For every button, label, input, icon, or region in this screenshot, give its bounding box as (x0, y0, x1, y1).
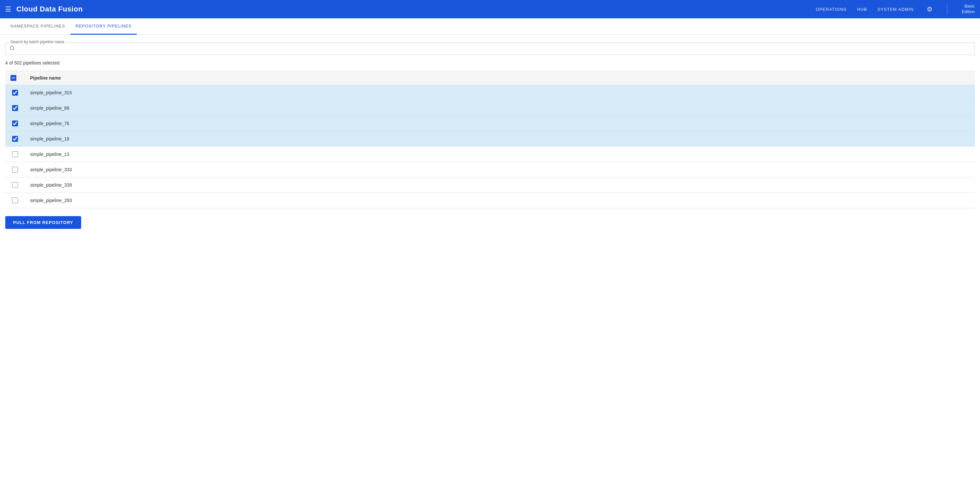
row-checkbox[interactable] (12, 197, 18, 203)
settings-icon[interactable]: ⚙ (927, 5, 932, 13)
search-input[interactable] (18, 46, 970, 51)
row-checkbox[interactable] (12, 136, 18, 142)
menu-icon[interactable]: ☰ (5, 5, 11, 13)
search-box (5, 43, 975, 55)
tab-bar: NAMESPACE PIPELINES REPOSITORY PIPELINES (0, 18, 980, 35)
pipeline-name-cell: simple_pipeline_18 (25, 131, 975, 147)
header-divider (947, 3, 947, 15)
table-row: simple_pipeline_339 (5, 177, 975, 193)
checkbox-wrapper (11, 121, 20, 126)
pipeline-name-cell: simple_pipeline_13 (25, 147, 975, 162)
row-checkbox[interactable] (12, 90, 18, 96)
row-checkbox-cell (5, 131, 25, 147)
app-header: ☰ Cloud Data Fusion OPERATIONS HUB SYSTE… (0, 0, 980, 18)
pipeline-name-cell: simple_pipeline_315 (25, 85, 975, 100)
checkbox-wrapper (11, 167, 20, 172)
table-row: simple_pipeline_333 (5, 162, 975, 177)
table-row: simple_pipeline_86 (5, 100, 975, 116)
tab-namespace-pipelines[interactable]: NAMESPACE PIPELINES (5, 18, 70, 35)
select-all-header[interactable] (5, 71, 25, 85)
table-row: simple_pipeline_315 (5, 85, 975, 100)
search-icon (10, 46, 15, 52)
app-logo: Cloud Data Fusion (16, 5, 816, 13)
svg-point-0 (10, 46, 14, 50)
row-checkbox-cell (5, 193, 25, 208)
nav-hub[interactable]: HUB (857, 7, 867, 12)
checkbox-wrapper (11, 151, 20, 157)
nav-operations[interactable]: OPERATIONS (816, 7, 846, 12)
pipeline-name-cell: simple_pipeline_293 (25, 193, 975, 208)
row-checkbox-cell (5, 162, 25, 177)
checkbox-wrapper (11, 105, 20, 111)
checkbox-wrapper (11, 182, 20, 188)
header-nav: OPERATIONS HUB SYSTEM ADMIN ⚙ Basic Edit… (816, 3, 975, 15)
edition-badge: Basic Edition (962, 3, 975, 15)
row-checkbox[interactable] (12, 105, 18, 111)
row-checkbox[interactable] (12, 182, 18, 188)
row-checkbox[interactable] (12, 121, 18, 126)
table-row: simple_pipeline_76 (5, 116, 975, 131)
nav-system-admin[interactable]: SYSTEM ADMIN (878, 7, 913, 12)
select-all-checkbox[interactable] (11, 75, 16, 81)
row-checkbox[interactable] (12, 151, 18, 157)
checkbox-wrapper (11, 90, 20, 96)
tab-repository-pipelines[interactable]: REPOSITORY PIPELINES (70, 18, 137, 35)
search-container: Search by batch pipeline name (5, 43, 975, 55)
search-label: Search by batch pipeline name (9, 40, 66, 44)
main-content: Search by batch pipeline name 4 of 502 p… (0, 35, 980, 237)
row-checkbox-cell (5, 147, 25, 162)
table-row: simple_pipeline_13 (5, 147, 975, 162)
row-checkbox-cell (5, 85, 25, 100)
pull-from-repository-button[interactable]: PULL FROM REPOSITORY (5, 216, 81, 229)
pipeline-name-header: Pipeline name (25, 71, 975, 85)
row-checkbox-cell (5, 100, 25, 116)
svg-line-1 (13, 49, 14, 50)
pipeline-name-cell: simple_pipeline_339 (25, 177, 975, 193)
table-header-row: Pipeline name (5, 71, 975, 85)
checkbox-wrapper (11, 197, 20, 203)
checkbox-wrapper (11, 136, 20, 142)
pipeline-name-cell: simple_pipeline_333 (25, 162, 975, 177)
row-checkbox-cell (5, 177, 25, 193)
pipeline-name-cell: simple_pipeline_76 (25, 116, 975, 131)
selection-count: 4 of 502 pipelines selected (5, 60, 975, 65)
pipeline-name-cell: simple_pipeline_86 (25, 100, 975, 116)
row-checkbox-cell (5, 116, 25, 131)
row-checkbox[interactable] (12, 167, 18, 172)
table-row: simple_pipeline_293 (5, 193, 975, 208)
table-row: simple_pipeline_18 (5, 131, 975, 147)
pipeline-table: Pipeline name simple_pipeline_315simple_… (5, 71, 975, 208)
indeterminate-line (12, 78, 15, 78)
